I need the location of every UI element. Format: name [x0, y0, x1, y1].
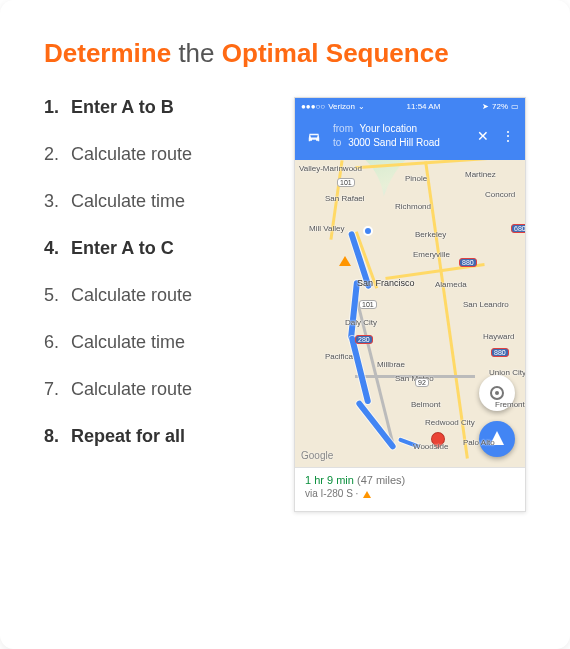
svg-point-0 — [310, 139, 312, 141]
highway-shield: 280 — [355, 335, 373, 344]
signal-dots: ●●●○○ — [301, 102, 325, 111]
city-label: Daly City — [345, 318, 377, 327]
city-label: Hayward — [483, 332, 515, 341]
highway-shield: 101 — [337, 178, 355, 187]
step-number: 7. — [44, 379, 66, 400]
step-number: 3. — [44, 191, 66, 212]
title-word-mid: the — [178, 38, 214, 68]
city-label: San Rafael — [325, 194, 365, 203]
step-number: 4. — [44, 238, 66, 259]
step-number: 8. — [44, 426, 66, 447]
traffic-warning-small-icon — [363, 491, 371, 498]
step-item: 6. Calculate time — [44, 332, 276, 353]
highway-shield: 880 — [459, 258, 477, 267]
title-word-2: Optimal Sequence — [222, 38, 449, 68]
city-label: Belmont — [411, 400, 440, 409]
city-label: Mill Valley — [309, 224, 344, 233]
google-logo: Google — [301, 450, 333, 461]
svg-point-1 — [316, 139, 318, 141]
route-via: via I-280 S · — [305, 488, 358, 499]
city-label: Palo Alto — [463, 438, 495, 447]
highway-shield: 880 — [491, 348, 509, 357]
step-item: 2. Calculate route — [44, 144, 276, 165]
map-canvas[interactable]: Google Valley-MarinwoodPinoleMartinezCon… — [295, 160, 525, 467]
battery-icon: ▭ — [511, 102, 519, 111]
highway-shield: 680 — [511, 224, 525, 233]
city-label: Concord — [485, 190, 515, 199]
step-number: 2. — [44, 144, 66, 165]
city-label: Woodside — [413, 442, 448, 451]
route-info-bar[interactable]: 1 hr 9 min (47 miles) via I-280 S · — [295, 467, 525, 511]
city-label: Martinez — [465, 170, 496, 179]
city-label: Pacifica — [325, 352, 353, 361]
city-label: Union City — [489, 368, 525, 377]
slide-title: Determine the Optimal Sequence — [44, 38, 526, 69]
step-number: 5. — [44, 285, 66, 306]
city-label: Richmond — [395, 202, 431, 211]
to-value: 3000 Sand Hill Road — [348, 137, 440, 148]
city-label: San Leandro — [463, 300, 509, 309]
city-label: Emeryville — [413, 250, 450, 259]
origin-marker — [363, 226, 373, 236]
more-icon[interactable]: ⋮ — [501, 128, 515, 144]
step-item: 7. Calculate route — [44, 379, 276, 400]
city-label: Alameda — [435, 280, 467, 289]
step-text: Repeat for all — [66, 426, 185, 447]
wifi-icon: ⌄ — [358, 102, 365, 111]
title-word-1: Determine — [44, 38, 171, 68]
locate-icon — [490, 386, 504, 400]
step-item: 8. Repeat for all — [44, 426, 276, 447]
city-label: Millbrae — [377, 360, 405, 369]
step-text: Calculate time — [66, 332, 185, 353]
route-duration: 1 hr 9 min — [305, 474, 354, 486]
to-label: to — [333, 137, 341, 148]
city-label: Berkeley — [415, 230, 446, 239]
route-summary[interactable]: from Your location to 3000 Sand Hill Roa… — [333, 122, 467, 150]
city-label: Valley-Marinwood — [299, 164, 362, 173]
maps-directions-header[interactable]: from Your location to 3000 Sand Hill Roa… — [295, 114, 525, 160]
car-icon — [305, 129, 323, 143]
from-value: Your location — [360, 123, 417, 134]
step-text: Calculate time — [66, 191, 185, 212]
highway-shield: 101 — [359, 300, 377, 309]
slide-card: Determine the Optimal Sequence 1. Enter … — [0, 0, 570, 649]
step-text: Calculate route — [66, 144, 192, 165]
step-text: Calculate route — [66, 379, 192, 400]
carrier-label: Verizon — [328, 102, 355, 111]
step-item: 5. Calculate route — [44, 285, 276, 306]
step-text: Enter A to B — [66, 97, 174, 118]
phone-screenshot: ●●●○○ Verizon ⌄ 11:54 AM ➤ 72% ▭ — [294, 97, 526, 512]
step-item: 1. Enter A to B — [44, 97, 276, 118]
route-distance: (47 miles) — [357, 474, 405, 486]
step-item: 3. Calculate time — [44, 191, 276, 212]
highway-shield: 92 — [415, 378, 429, 387]
content-row: 1. Enter A to B2. Calculate route3. Calc… — [44, 97, 526, 512]
step-item: 4. Enter A to C — [44, 238, 276, 259]
city-label: Pinole — [405, 174, 427, 183]
step-text: Enter A to C — [66, 238, 174, 259]
city-label: Fremont — [495, 400, 525, 409]
steps-list: 1. Enter A to B2. Calculate route3. Calc… — [44, 97, 276, 512]
step-text: Calculate route — [66, 285, 192, 306]
battery-percent: 72% — [492, 102, 508, 111]
status-time: 11:54 AM — [407, 102, 441, 111]
from-label: from — [333, 123, 353, 134]
step-number: 1. — [44, 97, 66, 118]
close-icon[interactable]: ✕ — [477, 128, 489, 144]
ios-status-bar: ●●●○○ Verizon ⌄ 11:54 AM ➤ 72% ▭ — [295, 98, 525, 114]
city-label: San Francisco — [357, 278, 415, 288]
location-arrow-icon: ➤ — [482, 102, 489, 111]
step-number: 6. — [44, 332, 66, 353]
traffic-warning-icon — [339, 256, 351, 266]
city-label: Redwood City — [425, 418, 475, 427]
